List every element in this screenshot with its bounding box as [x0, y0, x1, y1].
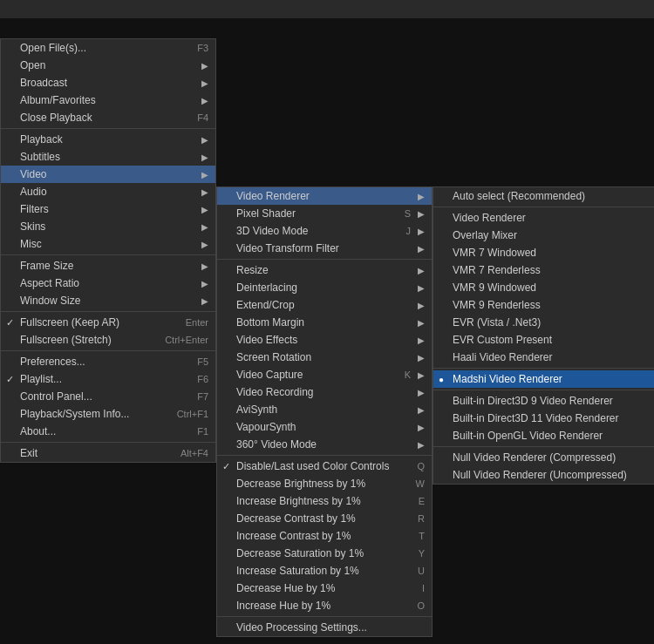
- menu-l3-item-4[interactable]: VMR 7 Renderless: [433, 261, 654, 279]
- shortcut-label: E: [419, 496, 425, 506]
- menu-l2-item-5[interactable]: Deinterlacing▶: [217, 279, 432, 296]
- menu-l2-item-9[interactable]: Screen Rotation▶: [217, 349, 432, 366]
- shortcut-label: Q: [417, 461, 425, 471]
- menu-l2-item-20[interactable]: Decrease Saturation by 1%Y: [217, 545, 432, 562]
- menu-l2-item-17[interactable]: Increase Brightness by 1%E: [217, 492, 432, 510]
- menu-l1-item-22[interactable]: ExitAlt+F4: [1, 444, 215, 462]
- menu-l2-item-10[interactable]: Video CaptureK▶: [217, 366, 432, 383]
- menu-item-label: Increase Brightness by 1%: [236, 495, 401, 507]
- menu-item-label: Video Transform Filter: [236, 242, 411, 254]
- submenu-arrow-icon: ▶: [418, 283, 425, 293]
- menu-l2-item-18[interactable]: Decrease Contrast by 1%R: [217, 510, 432, 527]
- shortcut-label: F3: [197, 43, 208, 53]
- menu-l1-item-0[interactable]: Open File(s)...F3: [1, 39, 215, 57]
- menu-l2-item-8[interactable]: Video Effects▶: [217, 331, 432, 349]
- menu-item-label: Pixel Shader: [236, 207, 387, 220]
- menu-item-label: Bottom Margin: [236, 316, 411, 329]
- menu-l1-item-13[interactable]: Aspect Ratio▶: [1, 275, 215, 292]
- menu-l1-item-20[interactable]: Playback/System Info...Ctrl+F1: [1, 405, 215, 423]
- menu-item-label: Fullscreen (Stretch): [20, 334, 147, 346]
- menu-l2-item-24[interactable]: Video Processing Settings...: [217, 619, 432, 636]
- menu-l3-item-9[interactable]: Haali Video Renderer: [433, 349, 654, 366]
- menu-l1-item-2[interactable]: Broadcast▶: [1, 74, 215, 92]
- menu-l1-item-4[interactable]: Close PlaybackF4: [1, 109, 215, 126]
- menu-l1-item-11[interactable]: Misc▶: [1, 235, 215, 253]
- submenu-arrow-icon: ▶: [418, 423, 425, 432]
- menu-item-label: Close Playback: [20, 112, 180, 124]
- menu-item-label: EVR (Vista / .Net3): [453, 316, 651, 329]
- menu-l3-item-6[interactable]: VMR 9 Renderless: [433, 296, 654, 314]
- menu-l2-item-0[interactable]: Video Renderer▶: [217, 187, 432, 205]
- menu-item-label: Video Capture: [236, 369, 387, 381]
- menu-item-label: Exit: [20, 447, 163, 459]
- menu-l3-item-11[interactable]: Built-in Direct3D 9 Video Renderer: [433, 392, 654, 410]
- menu-l2-item-6[interactable]: Extend/Crop▶: [217, 296, 432, 314]
- menu-l1-item-12[interactable]: Frame Size▶: [1, 257, 215, 275]
- menu-l2-item-23[interactable]: Increase Hue by 1%O: [217, 597, 432, 614]
- menu-l1-item-14[interactable]: Window Size▶: [1, 292, 215, 309]
- shortcut-label: F7: [197, 391, 208, 402]
- menu-item-label: EVR Custom Present: [453, 334, 651, 346]
- menu-l1-item-10[interactable]: Skins▶: [1, 218, 215, 235]
- submenu-arrow-icon: ▶: [418, 440, 425, 450]
- menu-l3-item-2[interactable]: Overlay Mixer: [433, 227, 654, 244]
- menu-item-label: Open File(s)...: [20, 42, 180, 54]
- shortcut-label: F4: [197, 112, 208, 123]
- submenu-arrow-icon: ▶: [418, 227, 425, 236]
- menu-l3-item-14[interactable]: Null Video Renderer (Compressed): [433, 449, 654, 466]
- menu-item-label: Increase Saturation by 1%: [236, 565, 400, 577]
- menu-l2-item-21[interactable]: Increase Saturation by 1%U: [217, 562, 432, 580]
- submenu-arrow-icon: ▶: [201, 96, 208, 105]
- menu-l3-item-5[interactable]: VMR 9 Windowed: [433, 279, 654, 296]
- menu-l2-item-3[interactable]: Video Transform Filter▶: [217, 240, 432, 257]
- menu-item-label: Decrease Hue by 1%: [236, 582, 405, 594]
- menu-divider: [1, 128, 215, 129]
- menu-l1-item-5[interactable]: Playback▶: [1, 131, 215, 148]
- menu-item-label: Skins: [20, 220, 194, 233]
- menu-l2-item-1[interactable]: Pixel ShaderS▶: [217, 205, 432, 222]
- menu-l2-item-15[interactable]: ✓Disable/Last used Color ControlsQ: [217, 458, 432, 475]
- menu-l2-item-13[interactable]: VapourSynth▶: [217, 418, 432, 436]
- menu-l3-item-3[interactable]: VMR 7 Windowed: [433, 244, 654, 261]
- menu-l2-item-2[interactable]: 3D Video ModeJ▶: [217, 222, 432, 240]
- menu-item-label: Playlist...: [20, 373, 180, 385]
- shortcut-label: O: [417, 600, 425, 611]
- menu-item-label: VapourSynth: [236, 421, 411, 433]
- menu-l3-item-10[interactable]: ●Madshi Video Renderer: [433, 370, 654, 388]
- menu-l1-item-16[interactable]: Fullscreen (Stretch)Ctrl+Enter: [1, 331, 215, 349]
- menu-l2-item-16[interactable]: Decrease Brightness by 1%W: [217, 475, 432, 492]
- menu-l2-item-19[interactable]: Increase Contrast by 1%T: [217, 527, 432, 545]
- menu-l3-item-1[interactable]: Video Renderer: [433, 209, 654, 227]
- menu-l3-item-8[interactable]: EVR Custom Present: [433, 331, 654, 349]
- menu-l1-item-8[interactable]: Audio▶: [1, 183, 215, 200]
- menu-l1-item-17[interactable]: Preferences...F5: [1, 353, 215, 370]
- menu-l1-item-7[interactable]: Video▶: [1, 166, 215, 183]
- shortcut-label: W: [416, 478, 425, 489]
- menu-l1-item-6[interactable]: Subtitles▶: [1, 148, 215, 166]
- menu-l3-item-7[interactable]: EVR (Vista / .Net3): [433, 314, 654, 331]
- menu-l3-item-0[interactable]: Auto select (Recommended): [433, 187, 654, 205]
- menu-l1-item-3[interactable]: Album/Favorites▶: [1, 92, 215, 109]
- menu-l1-item-19[interactable]: Control Panel...F7: [1, 388, 215, 405]
- menu-l1-item-1[interactable]: Open▶: [1, 57, 215, 74]
- menu-item-label: Disable/Last used Color Controls: [236, 460, 399, 472]
- menu-divider: [1, 350, 215, 351]
- menu-l1-item-18[interactable]: ✓Playlist...F6: [1, 370, 215, 388]
- menu-l1-item-15[interactable]: ✓Fullscreen (Keep AR)Enter: [1, 314, 215, 331]
- menu-l1-item-9[interactable]: Filters▶: [1, 200, 215, 218]
- menu-l2-item-14[interactable]: 360° Video Mode▶: [217, 436, 432, 453]
- menu-l2-item-7[interactable]: Bottom Margin▶: [217, 314, 432, 331]
- menu-l3-item-15[interactable]: Null Video Renderer (Uncompressed): [433, 466, 654, 484]
- menu-divider: [433, 207, 654, 207]
- menu-l2-item-11[interactable]: Video Recording▶: [217, 383, 432, 401]
- menu-item-label: Decrease Saturation by 1%: [236, 547, 401, 559]
- menu-item-label: Open: [20, 59, 194, 71]
- menu-l3-item-12[interactable]: Built-in Direct3D 11 Video Renderer: [433, 410, 654, 427]
- submenu-arrow-icon: ▶: [418, 244, 425, 254]
- menu-l1-item-21[interactable]: About...F1: [1, 423, 215, 440]
- shortcut-label: Alt+F4: [181, 448, 208, 458]
- menu-l2-item-22[interactable]: Decrease Hue by 1%I: [217, 580, 432, 597]
- menu-l2-item-4[interactable]: Resize▶: [217, 261, 432, 279]
- menu-l3-item-13[interactable]: Built-in OpenGL Video Renderer: [433, 427, 654, 444]
- menu-l2-item-12[interactable]: AviSynth▶: [217, 401, 432, 418]
